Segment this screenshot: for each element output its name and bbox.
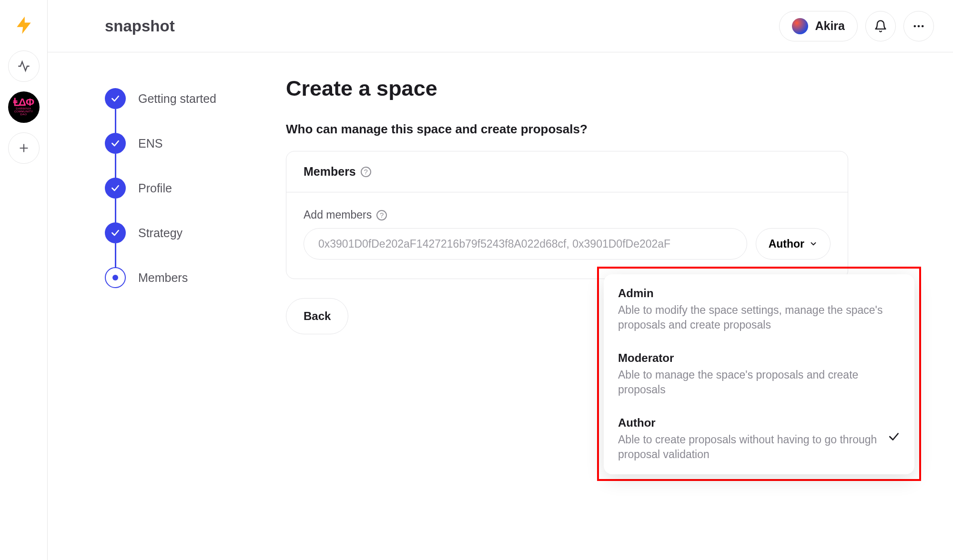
check-icon [111, 228, 120, 238]
app-title: snapshot [105, 17, 175, 35]
step-members[interactable]: Members [105, 255, 286, 300]
user-pill[interactable]: Akira [779, 11, 858, 41]
field-label: Add members ? [304, 209, 831, 221]
notifications-button[interactable] [865, 11, 896, 41]
svg-point-4 [922, 25, 924, 27]
svg-point-3 [918, 25, 920, 27]
role-option-moderator[interactable]: Moderator Able to manage the space's pro… [604, 342, 914, 407]
card-title: Members [304, 165, 356, 179]
topbar: snapshot Akira [48, 0, 953, 52]
chevron-down-icon [809, 240, 818, 248]
role-select-button[interactable]: Author [756, 228, 831, 260]
add-space-button[interactable] [8, 132, 40, 164]
role-dropdown: Admin Able to modify the space settings,… [604, 274, 914, 474]
more-horizontal-icon [912, 20, 925, 33]
help-icon[interactable]: ? [361, 167, 371, 177]
page-title: Create a space [286, 76, 848, 101]
check-icon [888, 430, 900, 443]
svg-point-2 [914, 25, 916, 27]
members-card: Members ? Add members ? Author [286, 151, 848, 279]
check-icon [111, 139, 120, 148]
stepper: Getting started ENS Profile Strategy Mem… [105, 76, 286, 334]
step-ens[interactable]: ENS [105, 121, 286, 166]
user-name: Akira [815, 19, 845, 33]
more-button[interactable] [903, 11, 934, 41]
snapshot-logo[interactable] [8, 10, 40, 41]
step-profile[interactable]: Profile [105, 166, 286, 210]
bell-icon [874, 20, 887, 33]
step-getting-started[interactable]: Getting started [105, 76, 286, 121]
members-input[interactable] [304, 228, 747, 260]
check-icon [111, 183, 120, 193]
space-avatar-darwinia[interactable]: ⱠΔΦ DARWINIACOMMUNITYDAO [8, 91, 40, 123]
subtitle: Who can manage this space and create pro… [286, 122, 848, 137]
role-option-author[interactable]: Author Able to create proposals without … [604, 407, 914, 471]
activity-item[interactable] [8, 50, 40, 82]
role-option-admin[interactable]: Admin Able to modify the space settings,… [604, 277, 914, 342]
left-rail: ⱠΔΦ DARWINIACOMMUNITYDAO [0, 0, 48, 560]
help-icon[interactable]: ? [376, 210, 387, 220]
role-dropdown-highlight: Admin Able to modify the space settings,… [597, 267, 921, 481]
check-icon [111, 94, 120, 103]
avatar [792, 18, 808, 34]
step-strategy[interactable]: Strategy [105, 210, 286, 255]
back-button[interactable]: Back [286, 298, 348, 334]
